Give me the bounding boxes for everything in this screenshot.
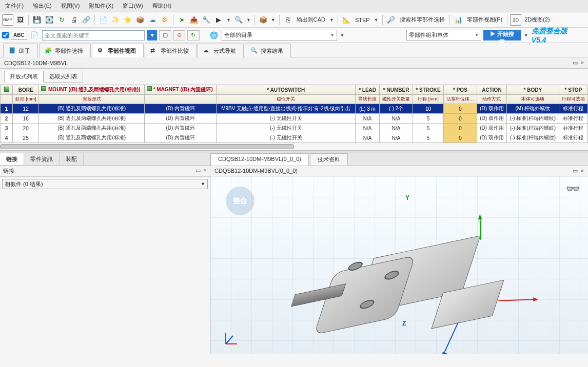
col-header[interactable]: * BODY — [506, 85, 559, 95]
restore-icon[interactable]: ▭ — [573, 168, 578, 174]
disk-icon[interactable]: 💽 — [44, 14, 55, 26]
menu-window[interactable]: 窗口(W) — [120, 1, 146, 11]
cloud-icon[interactable]: ☁ — [147, 14, 158, 26]
menu-file[interactable]: 文件(F) — [2, 1, 27, 11]
dropdown-icon[interactable]: ▼ — [373, 17, 380, 23]
view-2d-icon[interactable]: 2D — [510, 14, 521, 26]
menu-bar: 文件(F) 输出(E) 视图(V) 附加件(X) 窗口(W) 帮助(H) — [0, 0, 588, 12]
dropdown-icon[interactable]: ▼ — [523, 33, 530, 38]
subtab-select-list[interactable]: 选取式列表 — [44, 71, 83, 83]
flag-icon[interactable]: ▶ — [213, 14, 224, 26]
sparkle-icon[interactable]: ✨ — [110, 14, 121, 26]
search-input[interactable] — [42, 30, 145, 40]
abc-button[interactable]: ABC — [11, 31, 27, 39]
globe-icon[interactable]: 🌐 — [208, 30, 220, 41]
save-green-icon[interactable]: 💾 — [31, 14, 43, 26]
table-row[interactable]: 425(B) 通孔及两端螺孔共用(标准)(D) 内置磁环(-) 无磁性开关N/A… — [1, 133, 588, 143]
similar-parts-combo[interactable]: 相似件 (0 结果) ▼ — [2, 179, 208, 189]
table-row[interactable]: 216(B) 通孔及两端螺孔共用(标准)(D) 内置磁环(-) 无磁性开关N/A… — [1, 114, 588, 124]
refresh-search-icon[interactable]: ↻ — [187, 30, 199, 40]
rp-tab-techdata[interactable]: 技术资料 — [310, 153, 348, 166]
search-dropdown-button[interactable]: ▾ — [147, 30, 157, 40]
search-parts-label[interactable]: 搜索和零部件选择 — [398, 16, 447, 24]
tab-select[interactable]: 🧩零部件选择 — [39, 44, 91, 57]
col-header[interactable]: * STROKE — [413, 85, 443, 95]
filter-icon[interactable] — [1, 85, 13, 95]
step-label[interactable]: STEP — [353, 17, 372, 23]
col-header[interactable]: ACTION — [477, 85, 507, 95]
table-row[interactable]: 112(B) 通孔及两端螺孔共用(标准)(D) 内置磁环M9BV 无触点·通用型… — [1, 104, 588, 114]
part-view-label[interactable]: 零部件视图(P) — [465, 16, 505, 24]
out-icon[interactable]: 📤 — [188, 14, 200, 26]
lp-tab-info[interactable]: 零件資訊 — [24, 153, 60, 165]
3d-glasses-icon[interactable]: 👓 — [566, 182, 580, 196]
lp-tab-assembly[interactable]: 装配 — [60, 153, 84, 165]
zoom-icon[interactable]: 🔍 — [233, 14, 244, 26]
dropdown-icon[interactable]: ▼ — [225, 17, 232, 23]
horizontal-scrollbar[interactable] — [0, 144, 294, 149]
doc-search-icon[interactable]: 📄 — [29, 30, 41, 41]
cell: N/A — [379, 124, 413, 133]
print-icon[interactable]: 🖨 — [68, 14, 80, 26]
view-2d-label[interactable]: 2D视图(2) — [522, 16, 552, 24]
step-format-icon[interactable]: 📐 — [341, 14, 352, 26]
clear-search-icon[interactable]: ▢ — [159, 30, 171, 40]
tab-compare[interactable]: ⇄零部件比较 — [145, 44, 197, 57]
dropdown-icon[interactable]: ▼ — [270, 17, 277, 23]
favorite-icon[interactable]: ⭐ — [122, 14, 133, 26]
menu-view[interactable]: 视图(V) — [58, 1, 83, 11]
refresh-icon[interactable]: ↻ — [56, 14, 67, 26]
image-export-icon[interactable]: 🖼 — [14, 14, 26, 26]
tab-partview[interactable]: ⚙零部件视图 — [92, 44, 144, 57]
menu-export[interactable]: 输出(E) — [30, 1, 55, 11]
menu-help[interactable]: 帮助(H) — [149, 1, 174, 11]
export-cad-icon[interactable]: ⎘ — [282, 14, 293, 26]
part-view-icon[interactable]: 📊 — [453, 14, 464, 26]
close-icon[interactable]: × — [204, 167, 207, 175]
gear-icon[interactable]: ⚙ — [159, 14, 170, 26]
close-icon[interactable]: × — [581, 168, 584, 174]
menu-addons[interactable]: 附加件(X) — [86, 1, 116, 11]
tab-cloud[interactable]: ☁云式导航 — [198, 44, 244, 57]
left-panel-title: 链接 — [3, 167, 14, 175]
col-header[interactable]: * MAGNET ((D) 内置磁环) — [145, 85, 217, 95]
box-icon[interactable]: 📦 — [134, 14, 146, 26]
tab-helper[interactable]: 📘助手 — [3, 44, 38, 57]
search-parts-icon[interactable]: 🔎 — [385, 14, 397, 26]
subtab-open-list[interactable]: 开放式列表 — [4, 71, 44, 83]
link-icon[interactable]: 🔗 — [81, 14, 92, 26]
col-header[interactable]: MOUNT ((B) 通孔及两端螺孔共用(标准)) — [39, 85, 145, 95]
cell: (B) 通孔及两端螺孔共用(标准) — [39, 133, 145, 143]
3d-model[interactable] — [280, 209, 500, 354]
col-header[interactable]: * STOP — [559, 85, 587, 95]
start-search-button[interactable]: ▶ 开始搜索 — [483, 30, 521, 40]
rp-tab-model[interactable]: CDQSB12-10DM-M9BVL(0_0_0) — [210, 153, 309, 166]
doc-icon[interactable]: 📄 — [97, 14, 109, 26]
export-cad-label[interactable]: 输出到CAD — [295, 16, 327, 24]
arrow-right-icon[interactable]: ➤ — [176, 14, 187, 26]
part-group-combo[interactable]: 零部件组和单体 ▼ — [406, 30, 482, 40]
col-header[interactable]: * POS — [443, 85, 477, 95]
3d-viewport[interactable]: 整合 👓 Y X Z — [210, 176, 588, 354]
wrench-icon[interactable]: 🔧 — [201, 14, 212, 26]
col-header[interactable]: * LEAD — [356, 85, 380, 95]
package-icon[interactable]: 📦 — [258, 14, 269, 26]
tab-results[interactable]: 🔍搜索结果 — [245, 44, 291, 57]
restore-icon[interactable]: ▭ — [573, 59, 578, 66]
dropdown-icon[interactable]: ▼ — [328, 17, 335, 23]
remove-search-icon[interactable]: ⊖ — [173, 30, 185, 40]
close-icon[interactable]: × — [581, 59, 584, 66]
catalog-combo[interactable]: 全部的目录 ▼ — [222, 30, 337, 40]
col-header[interactable]: * NUMBER — [379, 85, 413, 95]
axis-triad-icon — [221, 329, 241, 349]
dropdown-icon[interactable]: ▼ — [339, 33, 346, 38]
restore-icon[interactable]: ▭ — [195, 167, 201, 175]
bmp-icon[interactable]: BMP — [2, 14, 13, 26]
col-header[interactable]: BORE — [13, 85, 39, 95]
enable-search-checkbox[interactable] — [2, 32, 9, 38]
table-row[interactable]: 320(B) 通孔及两端螺孔共用(标准)(D) 内置磁环(-) 无磁性开关N/A… — [1, 124, 588, 133]
dropdown-icon[interactable]: ▼ — [245, 17, 252, 23]
lp-tab-link[interactable]: 链接 — [0, 153, 24, 165]
cell: (D) 双作用 — [477, 124, 507, 133]
col-header[interactable]: * AUTOSWITCH — [217, 85, 356, 95]
